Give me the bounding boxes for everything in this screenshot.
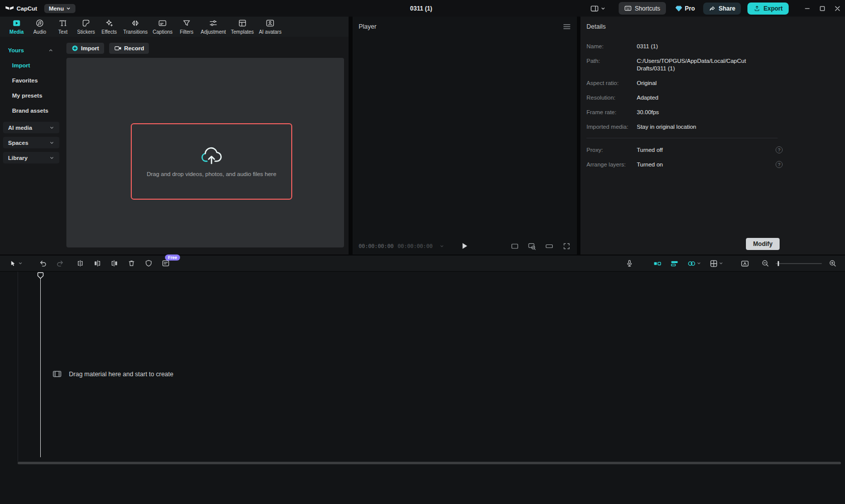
track-header-divider <box>18 272 18 462</box>
details-panel: Details Name: 0311 (1) Path: C:/Users/TO… <box>580 17 845 255</box>
fullscreen-icon[interactable] <box>562 242 571 250</box>
timeline-horizontal-scrollbar[interactable] <box>18 462 841 464</box>
tab-effects[interactable]: Effects <box>98 19 121 35</box>
tab-captions[interactable]: Captions <box>150 19 175 35</box>
timecode-total: 00:00:00:00 <box>398 243 433 249</box>
layout-toggle-button[interactable] <box>586 4 610 13</box>
media-tabbar: Media Audio Text Stickers Effects <box>0 17 349 37</box>
sidebar-item-favorites[interactable]: Favorites <box>0 73 62 88</box>
details-body: Name: 0311 (1) Path: C:/Users/TOPGUS/App… <box>586 43 778 176</box>
player-controls: 00:00:00:00 00:00:00:00 <box>353 237 577 255</box>
linking-toggle[interactable] <box>685 257 703 270</box>
player-menu-button[interactable] <box>563 23 571 30</box>
modify-button[interactable]: Modify <box>746 238 780 250</box>
timeline-area[interactable]: Drag material here and start to create <box>0 272 845 504</box>
free-tool-button[interactable]: Free <box>159 257 172 270</box>
titlebar: CapCut Menu 0311 (1) Shortcuts Pro <box>0 0 845 17</box>
import-button[interactable]: Import <box>66 43 104 54</box>
redo-button[interactable] <box>53 257 66 270</box>
preview-axis-toggle[interactable] <box>707 257 725 270</box>
sidebar-item-import[interactable]: Import <box>0 58 62 73</box>
zoom-in-button[interactable] <box>826 257 839 270</box>
timecode-dropdown-icon[interactable] <box>440 244 444 248</box>
tab-text[interactable]: Text <box>51 19 74 35</box>
menu-button[interactable]: Menu <box>44 4 75 13</box>
chevron-down-icon <box>49 155 54 160</box>
media-dropzone-area[interactable]: Drag and drop videos, photos, and audio … <box>66 58 344 247</box>
dropzone-highlight[interactable]: Drag and drop videos, photos, and audio … <box>131 123 292 200</box>
delete-button[interactable] <box>125 257 138 270</box>
cursor-icon <box>9 260 17 268</box>
mask-button[interactable] <box>142 257 155 270</box>
transitions-icon <box>131 19 140 28</box>
export-button[interactable]: Export <box>747 3 789 15</box>
preview-quality-icon[interactable] <box>545 242 554 250</box>
fit-zoom-icon[interactable] <box>528 242 536 250</box>
player-view-controls <box>511 242 571 250</box>
player-title: Player <box>359 23 376 30</box>
tab-transitions[interactable]: Transitions <box>121 19 150 35</box>
dropzone-text: Drag and drop videos, photos, and audio … <box>147 171 277 177</box>
tab-stickers[interactable]: Stickers <box>74 19 98 35</box>
tab-filters[interactable]: Filters <box>175 19 198 35</box>
share-label: Share <box>719 5 735 12</box>
audio-icon <box>35 19 44 28</box>
sidebar-group-ai-media[interactable]: AI media <box>3 122 59 133</box>
details-divider <box>586 138 778 138</box>
sidebar-group-spaces[interactable]: Spaces <box>3 137 59 148</box>
capcut-logo-icon <box>5 5 14 12</box>
chevron-up-icon <box>48 48 53 53</box>
tab-audio[interactable]: Audio <box>28 19 51 35</box>
delete-right-button[interactable] <box>108 257 121 270</box>
main-track-magnet-toggle[interactable] <box>651 257 664 270</box>
playhead-line[interactable] <box>40 278 41 457</box>
menu-label: Menu <box>49 6 64 12</box>
close-button[interactable] <box>830 0 845 17</box>
sidebar-item-brand-assets[interactable]: Brand assets <box>0 103 62 118</box>
record-button[interactable]: Record <box>109 43 149 54</box>
pro-gem-icon <box>675 5 683 12</box>
shortcuts-button[interactable]: Shortcuts <box>619 2 666 15</box>
auto-snap-toggle[interactable] <box>668 257 681 270</box>
timeline-zoom-slider[interactable] <box>776 263 822 264</box>
pro-button[interactable]: Pro <box>675 5 695 12</box>
sidebar-section-yours[interactable]: Yours <box>0 43 62 58</box>
voiceover-mic-button[interactable] <box>623 257 636 270</box>
maximize-button[interactable] <box>815 0 830 17</box>
ratio-icon[interactable] <box>511 242 519 250</box>
details-header: Details <box>580 17 845 37</box>
zoom-out-button[interactable] <box>758 257 772 270</box>
tab-ai-avatars[interactable]: AI avatars <box>257 19 284 35</box>
split-button[interactable] <box>73 257 87 270</box>
filmstrip-icon <box>52 369 62 379</box>
layout-panels-icon <box>590 4 599 13</box>
chevron-down-icon <box>49 140 54 145</box>
captions-icon <box>158 19 167 28</box>
tab-adjustment[interactable]: Adjustment <box>198 19 228 35</box>
help-icon[interactable]: ? <box>776 161 783 168</box>
sticker-icon <box>81 19 91 28</box>
timeline-empty-text: Drag material here and start to create <box>69 371 174 378</box>
sidebar-group-library[interactable]: Library <box>3 152 59 163</box>
tab-media[interactable]: Media <box>5 19 28 35</box>
timeline-toolbar: Free <box>0 256 845 271</box>
help-icon[interactable]: ? <box>776 146 783 153</box>
detail-row-resolution: Resolution: Adapted <box>586 94 778 102</box>
sidebar-item-my-presets[interactable]: My presets <box>0 88 62 103</box>
share-button[interactable]: Share <box>703 3 741 15</box>
render-preview-toggle[interactable] <box>738 257 751 270</box>
delete-left-button[interactable] <box>91 257 104 270</box>
minimize-button[interactable] <box>800 0 815 17</box>
filter-funnel-icon <box>182 19 191 28</box>
tab-templates[interactable]: Templates <box>228 19 257 35</box>
select-tool-button[interactable] <box>6 257 25 270</box>
chevron-down-icon <box>49 125 54 130</box>
timecode-current: 00:00:00:00 <box>359 243 394 249</box>
media-panel: Media Audio Text Stickers Effects <box>0 17 349 255</box>
zoom-slider-handle[interactable] <box>778 261 779 266</box>
adjustment-sliders-icon <box>209 19 218 28</box>
window-controls <box>800 0 845 17</box>
play-button[interactable] <box>462 242 468 249</box>
undo-button[interactable] <box>36 257 49 270</box>
free-badge: Free <box>165 255 180 261</box>
